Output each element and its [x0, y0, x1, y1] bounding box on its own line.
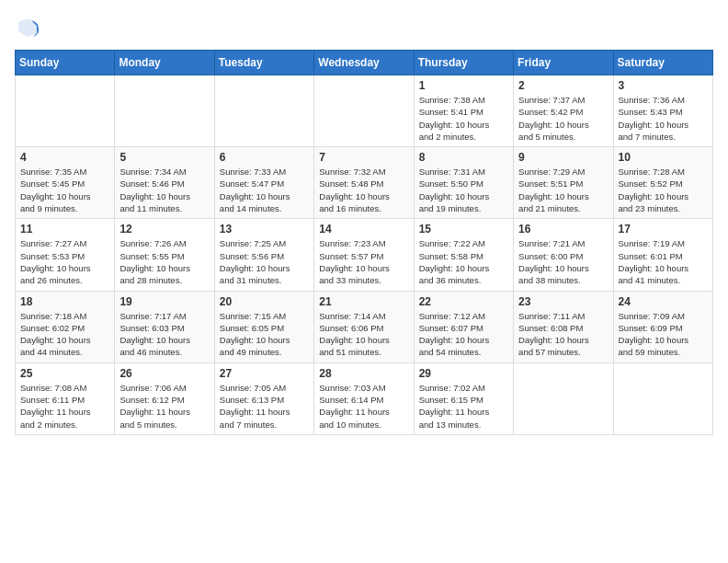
day-number: 26	[119, 367, 209, 380]
calendar-cell: 29Sunrise: 7:02 AMSunset: 6:15 PMDayligh…	[414, 362, 513, 434]
day-number: 29	[419, 367, 508, 380]
day-info: Sunrise: 7:28 AMSunset: 5:52 PMDaylight:…	[619, 166, 708, 214]
header-friday: Friday	[514, 51, 613, 75]
calendar-cell: 13Sunrise: 7:25 AMSunset: 5:56 PMDayligh…	[214, 219, 313, 291]
day-info: Sunrise: 7:38 AMSunset: 5:41 PMDaylight:…	[419, 94, 508, 143]
day-number: 27	[220, 367, 309, 380]
calendar-cell: 8Sunrise: 7:31 AMSunset: 5:50 PMDaylight…	[414, 147, 513, 219]
calendar-cell: 22Sunrise: 7:12 AMSunset: 6:07 PMDayligh…	[414, 291, 513, 362]
day-info: Sunrise: 7:23 AMSunset: 5:57 PMDaylight:…	[319, 237, 408, 286]
calendar-cell: 20Sunrise: 7:15 AMSunset: 6:05 PMDayligh…	[214, 291, 313, 362]
page-header	[15, 15, 713, 40]
calendar-cell	[613, 362, 712, 434]
day-info: Sunrise: 7:21 AMSunset: 6:00 PMDaylight:…	[518, 237, 608, 286]
calendar-cell: 17Sunrise: 7:19 AMSunset: 6:01 PMDayligh…	[613, 219, 712, 291]
day-number: 5	[119, 151, 209, 164]
day-info: Sunrise: 7:34 AMSunset: 5:46 PMDaylight:…	[119, 166, 209, 214]
header-wednesday: Wednesday	[314, 51, 414, 75]
day-info: Sunrise: 7:11 AMSunset: 6:08 PMDaylight:…	[518, 310, 608, 359]
calendar-cell: 16Sunrise: 7:21 AMSunset: 6:00 PMDayligh…	[514, 219, 613, 291]
logo	[15, 15, 44, 40]
day-info: Sunrise: 7:15 AMSunset: 6:05 PMDaylight:…	[220, 310, 309, 359]
day-info: Sunrise: 7:27 AMSunset: 5:53 PMDaylight:…	[20, 237, 109, 286]
day-info: Sunrise: 7:12 AMSunset: 6:07 PMDaylight:…	[419, 310, 508, 359]
calendar-cell: 25Sunrise: 7:08 AMSunset: 6:11 PMDayligh…	[16, 362, 115, 434]
day-info: Sunrise: 7:35 AMSunset: 5:45 PMDaylight:…	[20, 166, 109, 214]
day-info: Sunrise: 7:18 AMSunset: 6:02 PMDaylight:…	[20, 310, 109, 359]
day-number: 1	[419, 79, 508, 92]
day-number: 22	[419, 295, 508, 308]
logo-icon	[15, 15, 40, 40]
calendar-cell: 14Sunrise: 7:23 AMSunset: 5:57 PMDayligh…	[314, 219, 414, 291]
day-info: Sunrise: 7:22 AMSunset: 5:58 PMDaylight:…	[419, 237, 508, 286]
day-info: Sunrise: 7:08 AMSunset: 6:11 PMDaylight:…	[20, 382, 109, 431]
day-number: 4	[20, 151, 109, 164]
calendar-cell: 23Sunrise: 7:11 AMSunset: 6:08 PMDayligh…	[514, 291, 613, 362]
calendar-cell: 6Sunrise: 7:33 AMSunset: 5:47 PMDaylight…	[214, 147, 313, 219]
calendar-cell	[514, 362, 613, 434]
day-info: Sunrise: 7:29 AMSunset: 5:51 PMDaylight:…	[518, 166, 608, 214]
calendar-table: SundayMondayTuesdayWednesdayThursdayFrid…	[15, 50, 713, 435]
day-number: 2	[518, 79, 608, 92]
day-info: Sunrise: 7:32 AMSunset: 5:48 PMDaylight:…	[319, 166, 408, 214]
day-number: 13	[220, 223, 309, 236]
day-number: 28	[319, 367, 408, 380]
calendar-cell	[314, 75, 414, 147]
day-number: 7	[319, 151, 408, 164]
calendar-cell: 27Sunrise: 7:05 AMSunset: 6:13 PMDayligh…	[214, 362, 313, 434]
day-info: Sunrise: 7:09 AMSunset: 6:09 PMDaylight:…	[619, 310, 708, 359]
calendar-cell	[16, 75, 115, 147]
day-info: Sunrise: 7:19 AMSunset: 6:01 PMDaylight:…	[619, 237, 708, 286]
calendar-cell: 21Sunrise: 7:14 AMSunset: 6:06 PMDayligh…	[314, 291, 414, 362]
day-info: Sunrise: 7:37 AMSunset: 5:42 PMDaylight:…	[518, 94, 608, 143]
week-row-3: 18Sunrise: 7:18 AMSunset: 6:02 PMDayligh…	[16, 291, 713, 362]
day-number: 23	[518, 295, 608, 308]
header-sunday: Sunday	[16, 51, 115, 75]
header-thursday: Thursday	[414, 51, 513, 75]
day-number: 17	[619, 223, 708, 236]
week-row-1: 4Sunrise: 7:35 AMSunset: 5:45 PMDaylight…	[16, 147, 713, 219]
calendar-cell	[115, 75, 214, 147]
day-number: 8	[419, 151, 508, 164]
day-info: Sunrise: 7:06 AMSunset: 6:12 PMDaylight:…	[119, 382, 209, 431]
calendar-cell: 10Sunrise: 7:28 AMSunset: 5:52 PMDayligh…	[613, 147, 712, 219]
calendar-cell: 7Sunrise: 7:32 AMSunset: 5:48 PMDaylight…	[314, 147, 414, 219]
day-info: Sunrise: 7:02 AMSunset: 6:15 PMDaylight:…	[419, 382, 508, 431]
day-info: Sunrise: 7:26 AMSunset: 5:55 PMDaylight:…	[119, 237, 209, 286]
header-tuesday: Tuesday	[214, 51, 313, 75]
calendar-cell: 4Sunrise: 7:35 AMSunset: 5:45 PMDaylight…	[16, 147, 115, 219]
day-number: 12	[119, 223, 209, 236]
header-saturday: Saturday	[613, 51, 712, 75]
calendar-cell: 24Sunrise: 7:09 AMSunset: 6:09 PMDayligh…	[613, 291, 712, 362]
day-number: 11	[20, 223, 109, 236]
day-number: 20	[220, 295, 309, 308]
calendar-cell: 15Sunrise: 7:22 AMSunset: 5:58 PMDayligh…	[414, 219, 513, 291]
week-row-2: 11Sunrise: 7:27 AMSunset: 5:53 PMDayligh…	[16, 219, 713, 291]
calendar-cell: 26Sunrise: 7:06 AMSunset: 6:12 PMDayligh…	[115, 362, 214, 434]
day-number: 10	[619, 151, 708, 164]
day-number: 24	[619, 295, 708, 308]
day-number: 9	[518, 151, 608, 164]
day-number: 3	[619, 79, 708, 92]
day-number: 15	[419, 223, 508, 236]
day-number: 16	[518, 223, 608, 236]
day-info: Sunrise: 7:25 AMSunset: 5:56 PMDaylight:…	[220, 237, 309, 286]
day-info: Sunrise: 7:36 AMSunset: 5:43 PMDaylight:…	[619, 94, 708, 143]
header-row: SundayMondayTuesdayWednesdayThursdayFrid…	[16, 51, 713, 75]
day-info: Sunrise: 7:14 AMSunset: 6:06 PMDaylight:…	[319, 310, 408, 359]
calendar-cell: 12Sunrise: 7:26 AMSunset: 5:55 PMDayligh…	[115, 219, 214, 291]
week-row-4: 25Sunrise: 7:08 AMSunset: 6:11 PMDayligh…	[16, 362, 713, 434]
day-info: Sunrise: 7:17 AMSunset: 6:03 PMDaylight:…	[119, 310, 209, 359]
calendar-cell	[214, 75, 313, 147]
calendar-cell: 28Sunrise: 7:03 AMSunset: 6:14 PMDayligh…	[314, 362, 414, 434]
week-row-0: 1Sunrise: 7:38 AMSunset: 5:41 PMDaylight…	[16, 75, 713, 147]
day-info: Sunrise: 7:31 AMSunset: 5:50 PMDaylight:…	[419, 166, 508, 214]
calendar-cell: 2Sunrise: 7:37 AMSunset: 5:42 PMDaylight…	[514, 75, 613, 147]
day-info: Sunrise: 7:05 AMSunset: 6:13 PMDaylight:…	[220, 382, 309, 431]
header-monday: Monday	[115, 51, 214, 75]
calendar-cell: 9Sunrise: 7:29 AMSunset: 5:51 PMDaylight…	[514, 147, 613, 219]
day-number: 25	[20, 367, 109, 380]
day-number: 18	[20, 295, 109, 308]
calendar-cell: 18Sunrise: 7:18 AMSunset: 6:02 PMDayligh…	[16, 291, 115, 362]
day-info: Sunrise: 7:33 AMSunset: 5:47 PMDaylight:…	[220, 166, 309, 214]
